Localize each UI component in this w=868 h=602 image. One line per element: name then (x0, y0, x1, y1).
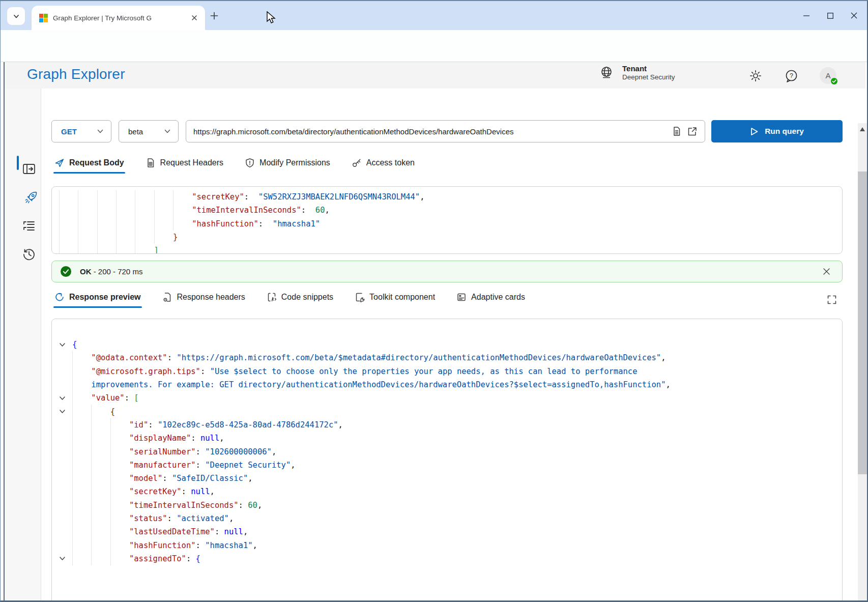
http-method-dropdown[interactable]: GET (51, 120, 111, 142)
code-snippets-icon (267, 292, 277, 302)
indent-guide (72, 432, 91, 445)
tab-title: Graph Explorer | Try Microsoft G (53, 14, 186, 22)
indent-guide (78, 204, 97, 217)
indent-guide (116, 204, 135, 217)
code-line: "serialNumber": "102600000006", (52, 445, 842, 458)
document-circle-icon (162, 292, 172, 302)
fold-chevron-icon[interactable] (52, 555, 72, 562)
tab-search-button[interactable] (7, 7, 25, 25)
status-code-label: OK (80, 267, 92, 276)
indent-guide (91, 538, 110, 552)
sidebar-toggle-button[interactable] (22, 162, 36, 176)
window-minimize-button[interactable] (794, 1, 818, 30)
run-query-button[interactable]: Run query (711, 120, 843, 142)
indent-guide (173, 190, 192, 204)
api-version-dropdown[interactable]: beta (119, 120, 179, 142)
tab-modify-permissions[interactable]: Modify Permissions (244, 154, 331, 174)
adaptive-cards-icon (456, 292, 467, 302)
fold-chevron-icon[interactable] (52, 408, 72, 415)
sidebar-item-run-query[interactable] (24, 190, 38, 205)
main-content: GET beta Run (51, 89, 843, 602)
query-url-input[interactable] (193, 127, 669, 136)
code-line: "assignedTo": { (52, 552, 842, 565)
page-scrollbar[interactable] (858, 123, 867, 602)
indent-guide (154, 217, 173, 231)
api-version-value: beta (128, 127, 143, 136)
indent-guide (173, 217, 192, 231)
avatar-initial: A (825, 71, 830, 80)
indent-guide (97, 244, 116, 254)
expand-response-button[interactable] (824, 292, 840, 307)
account-avatar[interactable]: A (820, 67, 836, 84)
indent-guide (72, 445, 91, 458)
sidebar (5, 89, 41, 602)
code-line: "@odata.context": "https://graph.microso… (52, 351, 842, 364)
tenant-info: Tenant Deepnet Security (599, 64, 675, 81)
indent-guide (91, 472, 110, 485)
toolkit-icon (355, 292, 365, 302)
request-bar: GET beta Run (51, 120, 843, 142)
tab-close-icon[interactable] (190, 13, 199, 22)
chevron-down-icon (13, 13, 20, 20)
settings-button[interactable] (748, 69, 763, 83)
browser-toolbar: developer.microsoft.com/en-us/graph/grap… (1, 30, 867, 62)
status-close-icon[interactable] (820, 265, 833, 278)
new-tab-button[interactable] (208, 10, 220, 22)
play-icon (750, 127, 759, 136)
microsoft-favicon (39, 14, 48, 22)
rocket-icon (24, 190, 38, 205)
scroll-up-icon[interactable] (858, 125, 867, 134)
graph-explorer-page: Graph Explorer Tenant Deepnet Security (1, 62, 868, 602)
indent-guide (91, 512, 110, 525)
code-line: "id": "102ec89c-e5d8-425a-80ad-4786d2441… (52, 418, 842, 432)
indent-guide (59, 231, 78, 244)
chevron-down-icon (164, 128, 171, 135)
success-check-icon (60, 266, 72, 277)
sidebar-item-history[interactable] (22, 247, 36, 262)
tab-response-preview[interactable]: Response preview (53, 288, 142, 308)
code-line: "timeIntervalInSeconds": 60, (59, 204, 842, 217)
response-preview-editor[interactable]: {"@odata.context": "https://graph.micros… (51, 319, 843, 602)
indent-guide (72, 499, 91, 512)
tab-access-token[interactable]: Access token (351, 154, 416, 174)
share-query-icon[interactable] (684, 124, 700, 139)
fold-chevron-icon[interactable] (52, 341, 72, 348)
indent-guide (91, 458, 110, 472)
fold-chevron-icon[interactable] (52, 395, 72, 402)
code-line: { (52, 405, 842, 418)
key-icon (352, 158, 362, 168)
help-button[interactable]: ? (784, 69, 798, 83)
tab-response-headers[interactable]: Response headers (161, 288, 246, 308)
indent-guide (91, 432, 110, 445)
tab-adaptive-cards[interactable]: Adaptive cards (455, 288, 526, 308)
indent-guide (110, 458, 129, 472)
status-text: OK - 200 - 720 ms (80, 267, 142, 276)
indent-guide (72, 391, 91, 405)
tab-request-headers[interactable]: Request Headers (144, 154, 225, 174)
indent-guide (110, 538, 129, 552)
tab-label: Response preview (69, 293, 141, 302)
indent-guide (110, 499, 129, 512)
sidebar-item-sample-queries[interactable] (22, 219, 36, 233)
window-maximize-button[interactable] (818, 1, 842, 30)
query-url-field[interactable] (186, 120, 705, 142)
code-line: } (59, 231, 842, 244)
request-body-editor[interactable]: "secretKey": "SW52RXZJ3MBAEK2LNFD6QSMN43… (51, 186, 843, 254)
help-icon: ? (785, 69, 798, 83)
tab-request-body[interactable]: Request Body (53, 154, 125, 174)
indent-guide (97, 204, 116, 217)
indent-guide (154, 231, 173, 244)
code-line: "hashFunction": "hmacsha1" (59, 217, 842, 231)
code-line: "lastUsedDateTime": null, (52, 525, 842, 538)
tab-toolkit-component[interactable]: Toolkit component (354, 288, 436, 308)
code-line: "hashFunction": "hmacsha1", (52, 538, 842, 552)
browser-tab[interactable]: Graph Explorer | Try Microsoft G (32, 6, 205, 30)
scrollbar-thumb[interactable] (858, 171, 867, 474)
request-tabs: Request Body Request Headers Modify Perm… (53, 154, 416, 174)
indent-guide (135, 231, 154, 244)
request-doc-icon[interactable] (669, 124, 684, 139)
tab-code-snippets[interactable]: Code snippets (266, 288, 334, 308)
indent-guide (59, 217, 78, 231)
indent-guide (116, 217, 135, 231)
window-close-button[interactable] (842, 1, 866, 30)
